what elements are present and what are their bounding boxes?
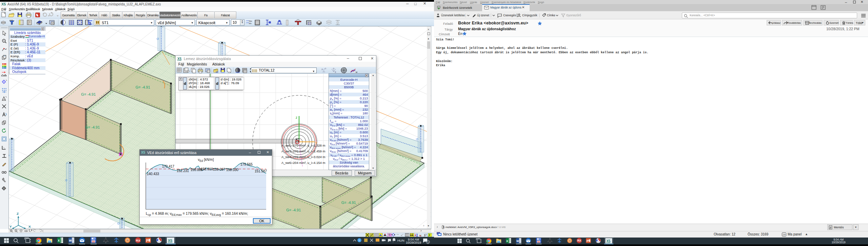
svg-text:G: G <box>415 138 419 140</box>
svg-text:A_sw4=270 mm², u_i=3.024 m: A_sw4=270 mm², u_i=3.024 m <box>281 155 325 159</box>
svg-text:G: G <box>117 222 120 225</box>
svg-text:G: G <box>8 154 10 157</box>
svg-text:z: z <box>322 68 323 70</box>
svg-text:G= -4.91: G= -4.91 <box>286 208 301 212</box>
svg-text:›: › <box>423 224 424 227</box>
svg-text:P: P <box>587 239 589 243</box>
svg-text:RX: RX <box>577 239 581 242</box>
svg-text:♪: ♪ <box>393 241 394 243</box>
svg-text:Címjegyzék: Címjegyzék <box>522 14 537 17</box>
svg-text:X5: X5 <box>168 239 172 243</box>
svg-text:HUN: HUN <box>397 239 405 242</box>
svg-text:S: S <box>358 239 360 242</box>
svg-text:1²: 1² <box>424 233 427 237</box>
svg-text:158.610: 158.610 <box>201 167 213 171</box>
svg-text:158.330: 158.330 <box>226 168 239 172</box>
svg-text:152.231: 152.231 <box>177 169 189 173</box>
svg-text:w: w <box>69 239 72 242</box>
svg-text:170.417: 170.417 <box>162 165 175 168</box>
svg-text:G= -4.91: G= -4.91 <box>81 92 96 96</box>
svg-text:Min: Min <box>249 22 252 24</box>
svg-text:151.587: 151.587 <box>255 169 267 173</box>
svg-text:G= -4.91: G= -4.91 <box>85 125 100 129</box>
svg-text:29: 29 <box>783 233 786 236</box>
svg-text:G: G <box>126 239 129 242</box>
svg-text:RX: RX <box>136 239 140 242</box>
svg-text:10/29/2019: 10/29/2019 <box>406 241 421 244</box>
svg-text:70/68: 70/68 <box>9 19 13 21</box>
svg-text:10/29/2019: 10/29/2019 <box>832 241 846 244</box>
svg-text:Z: Z <box>17 212 19 215</box>
svg-text:▼: ▼ <box>427 225 430 227</box>
svg-text:Új üzenet: Új üzenet <box>477 14 490 17</box>
svg-text:A_sw3=270 mm², u_i=2.459 m: A_sw3=270 mm², u_i=2.459 m <box>281 149 325 153</box>
svg-text:▲: ▲ <box>427 37 430 40</box>
svg-text:P: P <box>146 239 149 243</box>
svg-text:X: X <box>28 225 31 228</box>
svg-text:x: x <box>335 71 336 73</box>
svg-text:w: w <box>516 239 519 243</box>
svg-text:X5: X5 <box>177 57 182 61</box>
svg-text:3: 3 <box>427 241 429 243</box>
svg-text:179.565: 179.565 <box>240 163 253 166</box>
svg-text:140.433: 140.433 <box>147 172 159 176</box>
svg-text:Címke: Címke <box>547 14 555 17</box>
svg-text:A_sw1=270 mm², u_i=1.328 m: A_sw1=270 mm², u_i=1.328 m <box>281 144 325 147</box>
svg-text:159.097: 159.097 <box>213 168 225 171</box>
svg-text:G= -4.91: G= -4.91 <box>136 85 150 89</box>
svg-text:G: G <box>65 179 68 181</box>
svg-text:G= -4.91: G= -4.91 <box>341 201 356 205</box>
svg-text:x: x <box>58 239 60 242</box>
svg-text:Csevegés: Csevegés <box>503 14 516 17</box>
svg-text:×: × <box>428 28 429 31</box>
svg-text:Üzenetek letöltése: Üzenetek letöltése <box>441 14 465 17</box>
svg-text:A_sw6=204 mm², u_i=4.154 m: A_sw6=204 mm², u_i=4.154 m <box>281 161 325 165</box>
svg-text:G: G <box>156 38 159 40</box>
svg-text:!: ! <box>3 187 4 190</box>
svg-text:z: z <box>296 116 297 119</box>
svg-text:X5: X5 <box>606 239 611 243</box>
svg-text:G: G <box>569 239 571 242</box>
svg-text:X5: X5 <box>1 2 6 6</box>
svg-text:Y: Y <box>9 225 12 228</box>
svg-text:Max: Max <box>249 20 252 22</box>
svg-text:Gyorsszűrő: Gyorsszűrő <box>566 14 581 17</box>
svg-text:x: x <box>506 239 508 243</box>
